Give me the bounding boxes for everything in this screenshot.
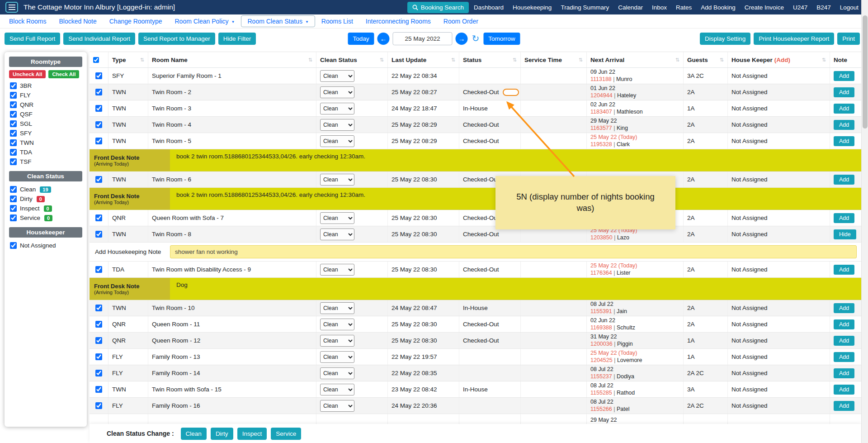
- clean-status-select[interactable]: Clean: [320, 367, 354, 379]
- clean-status-select[interactable]: Clean: [320, 319, 354, 330]
- clean-status-select[interactable]: Clean: [320, 135, 354, 147]
- display-setting-button[interactable]: Display Setting: [700, 33, 750, 45]
- row-checkbox[interactable]: [95, 121, 102, 128]
- booking-number-link[interactable]: 1155266: [590, 406, 612, 412]
- booking-number-link[interactable]: 1155237: [590, 373, 612, 380]
- clean-status-select[interactable]: Clean: [320, 400, 354, 412]
- date-input[interactable]: [393, 32, 453, 45]
- row-checkbox[interactable]: [95, 105, 102, 112]
- hide-filter-button[interactable]: Hide Filter: [218, 33, 256, 45]
- send-full-report-button[interactable]: Send Full Report: [5, 33, 60, 45]
- scrollbar-thumb[interactable]: [863, 15, 868, 129]
- booking-number-link[interactable]: 1200036: [590, 341, 613, 347]
- roomtype-sfy-checkbox[interactable]: [10, 130, 17, 137]
- booking-number-link[interactable]: 1169388: [590, 324, 612, 331]
- housekeeper-add-link[interactable]: (Add): [774, 57, 790, 63]
- clean-status-dirty-checkbox[interactable]: [10, 195, 17, 202]
- sort-icon[interactable]: ⇅: [720, 57, 724, 63]
- next-day-icon[interactable]: →: [456, 33, 468, 45]
- clean-status-select[interactable]: Clean: [320, 351, 354, 363]
- housekeeper-not-assigned-checkbox[interactable]: [10, 242, 17, 249]
- row-checkbox[interactable]: [95, 402, 102, 409]
- row-checkbox[interactable]: [95, 386, 102, 393]
- note-add-button[interactable]: Add: [834, 352, 854, 362]
- note-add-button[interactable]: Add: [834, 303, 854, 313]
- scrollbar[interactable]: [861, 0, 868, 443]
- topnav-item-logout[interactable]: Logout: [836, 2, 863, 13]
- clean-status-clean-checkbox[interactable]: [10, 186, 17, 193]
- row-checkbox[interactable]: [95, 305, 102, 311]
- topnav-item-rates[interactable]: Rates: [672, 2, 696, 13]
- send-report-to-manager-button[interactable]: Send Report to Manager: [138, 33, 215, 45]
- roomtype-tda-checkbox[interactable]: [10, 149, 17, 156]
- sort-icon[interactable]: ⇅: [451, 57, 455, 63]
- roomtype-tsf-checkbox[interactable]: [10, 158, 17, 165]
- clean-status-select[interactable]: Clean: [320, 103, 354, 114]
- clean-status-select[interactable]: Clean: [320, 70, 354, 82]
- booking-number-link[interactable]: 1183407: [590, 109, 612, 115]
- subnav-item-change-roomtype[interactable]: Change Roomtype: [103, 15, 169, 27]
- subnav-item-interconnecting-rooms[interactable]: Interconnecting Rooms: [359, 15, 437, 27]
- clean-status-select[interactable]: Clean: [320, 302, 354, 314]
- subnav-item-room-order[interactable]: Room Order: [437, 15, 485, 27]
- note-add-button[interactable]: Add: [834, 368, 854, 378]
- tomorrow-button[interactable]: Tomorrow: [483, 33, 520, 45]
- clean-status-select[interactable]: Clean: [320, 335, 354, 347]
- topnav-item-inbox[interactable]: Inbox: [648, 2, 671, 13]
- note-hide-button[interactable]: Hide: [834, 229, 856, 239]
- clean-status-select[interactable]: Clean: [320, 264, 354, 276]
- sort-icon[interactable]: ⇅: [822, 57, 826, 63]
- note-add-button[interactable]: Add: [834, 71, 854, 81]
- sort-icon[interactable]: ⇅: [675, 57, 679, 63]
- booking-number-link[interactable]: 1203850: [590, 234, 613, 241]
- roomtype-twn-checkbox[interactable]: [10, 139, 17, 146]
- subnav-item-block-rooms[interactable]: Block Rooms: [3, 15, 52, 27]
- topnav-item-calendar[interactable]: Calendar: [614, 2, 647, 13]
- topnav-item-trading-summary[interactable]: Trading Summary: [557, 2, 613, 13]
- row-checkbox[interactable]: [95, 72, 102, 79]
- roomtype-fly-checkbox[interactable]: [10, 92, 17, 99]
- booking-number-link[interactable]: 1113188: [590, 76, 612, 82]
- sort-icon[interactable]: ⇅: [380, 57, 384, 63]
- note-add-button[interactable]: Add: [834, 175, 854, 185]
- topnav-item-create-invoice[interactable]: Create Invoice: [741, 2, 788, 13]
- nav-booking-search[interactable]: Booking Search: [407, 2, 469, 13]
- clean-status-select[interactable]: Clean: [320, 229, 354, 240]
- clean-status-change-service-button[interactable]: Service: [271, 428, 301, 440]
- row-checkbox[interactable]: [95, 214, 102, 221]
- clean-status-change-clean-button[interactable]: Clean: [181, 428, 207, 440]
- row-checkbox[interactable]: [95, 321, 102, 328]
- clean-status-select[interactable]: Clean: [320, 174, 354, 186]
- sort-icon[interactable]: ⇅: [308, 57, 312, 63]
- note-add-button[interactable]: Add: [834, 120, 854, 130]
- row-checkbox[interactable]: [95, 231, 102, 238]
- clean-status-select[interactable]: Clean: [320, 86, 354, 98]
- row-checkbox[interactable]: [95, 337, 102, 344]
- booking-number-link[interactable]: 1163577: [590, 125, 612, 131]
- row-checkbox[interactable]: [95, 353, 102, 360]
- menu-icon[interactable]: [5, 2, 18, 13]
- clean-status-change-dirty-button[interactable]: Dirty: [211, 428, 233, 440]
- note-add-button[interactable]: Add: [834, 319, 854, 329]
- row-checkbox[interactable]: [95, 370, 102, 376]
- note-add-button[interactable]: Add: [834, 213, 854, 223]
- previous-day-icon[interactable]: ←: [377, 33, 390, 45]
- select-all-checkbox[interactable]: [93, 57, 99, 63]
- subnav-item-room-clean-policy[interactable]: Room Clean Policy▼: [169, 15, 241, 27]
- subnav-item-blocked-note[interactable]: Blocked Note: [52, 15, 103, 27]
- subnav-item-rooms-list[interactable]: Rooms List: [315, 15, 359, 27]
- topnav-item-b247[interactable]: B247: [812, 2, 835, 13]
- roomtype-sgl-checkbox[interactable]: [10, 120, 17, 127]
- today-button[interactable]: Today: [348, 33, 374, 45]
- send-individual-report-button[interactable]: Send Individual Report: [63, 33, 135, 45]
- note-add-button[interactable]: Add: [834, 401, 854, 411]
- row-checkbox[interactable]: [95, 266, 102, 273]
- roomtype-3br-checkbox[interactable]: [10, 82, 17, 89]
- booking-number-link[interactable]: 1155391: [590, 308, 612, 314]
- print-button[interactable]: Print: [837, 33, 860, 45]
- print-housekeeper-report-button[interactable]: Print Housekeeper Report: [754, 33, 834, 45]
- clean-status-select[interactable]: Clean: [320, 119, 354, 131]
- housekeeping-note-input[interactable]: [170, 245, 857, 258]
- clean-status-change-inspect-button[interactable]: Inspect: [237, 428, 267, 440]
- booking-number-link[interactable]: 1176364: [590, 270, 612, 276]
